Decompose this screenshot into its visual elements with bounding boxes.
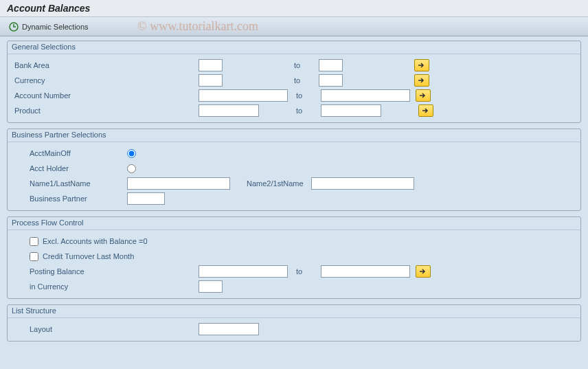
account-number-from-input[interactable] — [199, 89, 288, 102]
name2-input[interactable] — [311, 177, 414, 190]
to-label: to — [291, 91, 318, 100]
to-label: to — [291, 107, 318, 115]
group-business-partner: Business Partner Selections AcctMainOff … — [7, 128, 581, 211]
product-label: Product — [14, 107, 124, 115]
acct-main-off-radio[interactable] — [127, 149, 136, 158]
bank-area-label: Bank Area — [14, 61, 124, 69]
group-title-pfc: Process Flow Control — [8, 217, 580, 230]
product-from-input[interactable] — [199, 104, 259, 117]
arrow-right-icon — [419, 268, 427, 275]
currency-to-input[interactable] — [319, 74, 343, 87]
name2-label: Name2/1stName — [233, 179, 308, 188]
acct-holder-radio[interactable] — [127, 164, 136, 173]
group-title-bp: Business Partner Selections — [8, 129, 580, 142]
group-general-selections: General Selections Bank Area to Currency… — [7, 41, 581, 123]
credit-turnover-label: Credit Turnover Last Month — [43, 252, 134, 260]
layout-input[interactable] — [199, 323, 259, 335]
name1-label: Name1/LastName — [14, 179, 124, 188]
account-number-to-input[interactable] — [321, 89, 410, 102]
bank-area-to-input[interactable] — [319, 59, 343, 71]
arrow-right-icon — [419, 92, 427, 99]
to-label: to — [289, 76, 316, 85]
window-title: Account Balances — [0, 0, 588, 17]
dynamic-selections-button[interactable]: Dynamic Selections — [5, 20, 91, 34]
posting-balance-to-input[interactable] — [321, 265, 410, 278]
toolbar: Dynamic Selections — [0, 17, 588, 36]
excl-zero-label: Excl. Accounts with Balance =0 — [43, 237, 148, 245]
name1-input[interactable] — [127, 177, 230, 190]
group-list-structure: List Structure Layout — [7, 304, 581, 342]
arrow-right-icon — [422, 107, 430, 114]
bank-area-multi-button[interactable] — [414, 59, 429, 71]
posting-balance-label: Posting Balance — [14, 267, 124, 276]
excl-zero-checkbox[interactable] — [30, 237, 38, 246]
in-currency-input[interactable] — [199, 280, 223, 293]
dynamic-selections-label: Dynamic Selections — [22, 23, 89, 31]
group-title-ls: List Structure — [8, 305, 580, 318]
business-partner-label: Business Partner — [14, 194, 124, 203]
posting-balance-multi-button[interactable] — [416, 265, 431, 278]
product-to-input[interactable] — [321, 104, 381, 117]
to-label: to — [291, 267, 318, 276]
group-process-flow: Process Flow Control Excl. Accounts with… — [7, 216, 581, 299]
currency-label: Currency — [14, 76, 124, 85]
to-label: to — [289, 61, 316, 69]
bank-area-from-input[interactable] — [199, 59, 223, 71]
product-multi-button[interactable] — [418, 104, 433, 117]
content-area: General Selections Bank Area to Currency… — [0, 36, 588, 369]
credit-turnover-checkbox[interactable] — [30, 252, 38, 261]
account-number-label: Account Number — [14, 91, 124, 100]
arrow-right-icon — [418, 62, 426, 69]
group-title-general: General Selections — [8, 41, 580, 54]
acct-main-off-label: AcctMainOff — [14, 149, 124, 157]
business-partner-input[interactable] — [127, 192, 165, 205]
page-title: Account Balances — [7, 3, 90, 14]
currency-multi-button[interactable] — [414, 74, 429, 87]
arrow-right-icon — [418, 77, 426, 84]
currency-from-input[interactable] — [199, 74, 223, 87]
acct-holder-label: Acct Holder — [14, 164, 124, 172]
dynamic-selections-icon — [8, 21, 19, 32]
posting-balance-from-input[interactable] — [199, 265, 288, 278]
layout-label: Layout — [14, 325, 124, 333]
account-number-multi-button[interactable] — [416, 89, 431, 102]
in-currency-label: in Currency — [14, 282, 124, 291]
